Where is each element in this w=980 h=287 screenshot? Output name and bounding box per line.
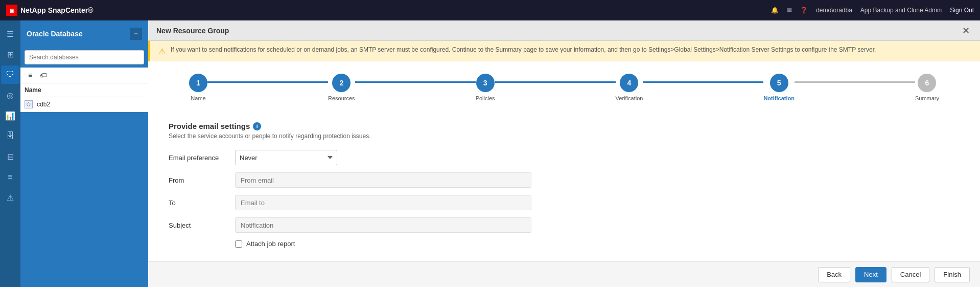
email-preference-control: Never On Failure On Failure or Warning A… <box>235 150 531 165</box>
app-logo: ▣ NetApp SnapCenter® <box>6 5 94 16</box>
to-row: To <box>169 195 960 210</box>
mail-icon[interactable]: ✉ <box>787 7 792 14</box>
app-name: NetApp SnapCenter® <box>20 6 94 14</box>
sidebar-settings-icon[interactable]: ≡ <box>1 168 19 186</box>
section-title: Provide email settings i <box>169 122 960 130</box>
nav-left: ▣ NetApp SnapCenter® <box>6 5 94 16</box>
notification-bell-icon[interactable]: 🔔 <box>771 7 779 14</box>
sidebar-alert-icon[interactable]: ⚠ <box>1 188 19 207</box>
step-5-label: Notification <box>763 95 795 101</box>
step-4-label: Verification <box>616 95 643 101</box>
step-6[interactable]: 6 Summary <box>915 74 939 101</box>
search-box <box>25 50 144 64</box>
next-button[interactable]: Next <box>855 267 886 282</box>
list-view-icon[interactable]: ≡ <box>25 70 36 81</box>
sidebar-server-icon[interactable]: 🗄 <box>1 127 19 145</box>
back-button[interactable]: Back <box>818 267 850 282</box>
attach-job-report-label: Attach job report <box>246 240 295 248</box>
app-role-label: App Backup and Clone Admin <box>860 7 942 14</box>
attach-job-report-row: Attach job report <box>235 240 960 248</box>
cancel-button[interactable]: Cancel <box>892 267 929 282</box>
warning-icon: ⚠ <box>158 47 166 56</box>
to-control <box>235 195 531 210</box>
step-1-label: Name <box>191 95 205 101</box>
step-5[interactable]: 5 Notification <box>763 74 795 101</box>
step-6-number: 6 <box>925 79 929 87</box>
step-connector-2-3 <box>355 81 476 83</box>
step-2-number: 2 <box>339 79 343 87</box>
left-panel-header: Oracle Database − <box>20 20 148 47</box>
section-description: Select the service accounts or people to… <box>169 133 960 140</box>
step-connector-3-4 <box>495 81 616 83</box>
step-4-circle: 4 <box>620 74 638 92</box>
finish-button[interactable]: Finish <box>935 267 970 282</box>
email-preference-row: Email preference Never On Failure On Fai… <box>169 150 960 165</box>
search-input[interactable] <box>29 54 139 61</box>
main-layout: ☰ ⊞ 🛡 ◎ 📊 🗄 ⊟ ≡ ⚠ Oracle Database − ≡ 🏷 … <box>0 20 980 287</box>
step-2[interactable]: 2 Resources <box>328 74 355 101</box>
step-6-circle: 6 <box>918 74 936 92</box>
to-email-input[interactable] <box>235 195 531 210</box>
nav-right: 🔔 ✉ ❓ demo\oradba App Backup and Clone A… <box>771 7 974 14</box>
sidebar-menu-icon[interactable]: ☰ <box>1 25 19 43</box>
from-row: From <box>169 172 960 188</box>
column-name-header: Name <box>25 86 41 94</box>
modal-footer: Back Next Cancel Finish <box>148 261 980 287</box>
step-3[interactable]: 3 Policies <box>476 74 495 101</box>
from-email-input[interactable] <box>235 172 531 188</box>
top-navigation: ▣ NetApp SnapCenter® 🔔 ✉ ❓ demo\oradba A… <box>0 0 980 20</box>
subject-input[interactable] <box>235 217 531 233</box>
step-6-label: Summary <box>915 95 939 101</box>
step-2-label: Resources <box>328 95 355 101</box>
modal-header: New Resource Group ✕ <box>148 20 980 41</box>
step-connector-4-5 <box>643 81 763 83</box>
sign-out-button[interactable]: Sign Out <box>950 7 974 14</box>
step-1-number: 1 <box>196 79 200 87</box>
section-title-text: Provide email settings <box>169 122 250 130</box>
step-3-label: Policies <box>476 95 495 101</box>
wizard-steps: 1 Name 2 Resources 3 Policies <box>148 61 980 114</box>
step-5-circle: 5 <box>770 74 788 92</box>
attach-job-report-checkbox[interactable] <box>235 240 242 248</box>
step-4[interactable]: 4 Verification <box>616 74 643 101</box>
step-1[interactable]: 1 Name <box>189 74 207 101</box>
db-list-header: Name <box>20 83 148 97</box>
left-panel: Oracle Database − ≡ 🏷 Name ⬡ cdb2 <box>20 20 148 287</box>
step-3-circle: 3 <box>476 74 495 92</box>
left-panel-title: Oracle Database <box>27 30 83 38</box>
sidebar-chart-icon[interactable]: 📊 <box>1 106 19 125</box>
sidebar-shield-icon[interactable]: 🛡 <box>1 65 19 84</box>
email-preference-select[interactable]: Never On Failure On Failure or Warning A… <box>235 150 337 165</box>
icon-sidebar: ☰ ⊞ 🛡 ◎ 📊 🗄 ⊟ ≡ ⚠ <box>0 20 20 287</box>
sidebar-dashboard-icon[interactable]: ⊞ <box>1 45 19 63</box>
subject-label: Subject <box>169 222 235 229</box>
warning-text: If you want to send notifications for sc… <box>171 46 876 53</box>
step-5-number: 5 <box>777 79 781 87</box>
form-section: Provide email settings i Select the serv… <box>148 114 980 260</box>
tag-icon[interactable]: 🏷 <box>38 70 49 81</box>
step-2-circle: 2 <box>332 74 351 92</box>
db-item-icon: ⬡ <box>25 100 33 108</box>
help-icon[interactable]: ❓ <box>800 7 808 14</box>
warning-banner: ⚠ If you want to send notifications for … <box>148 41 980 61</box>
info-icon[interactable]: i <box>253 122 261 130</box>
db-list-toolbar: ≡ 🏷 <box>20 68 148 83</box>
sidebar-stack-icon[interactable]: ⊟ <box>1 147 19 166</box>
collapse-panel-button[interactable]: − <box>130 28 142 40</box>
step-4-number: 4 <box>627 79 632 87</box>
from-label: From <box>169 176 235 184</box>
list-item[interactable]: ⬡ cdb2 <box>20 97 148 112</box>
main-content: New Resource Group ✕ ⚠ If you want to se… <box>148 20 980 287</box>
sidebar-globe-icon[interactable]: ◎ <box>1 86 19 104</box>
user-display[interactable]: demo\oradba <box>816 7 852 14</box>
from-control <box>235 172 531 188</box>
step-1-circle: 1 <box>189 74 207 92</box>
netapp-icon: ▣ <box>6 5 17 16</box>
modal-close-button[interactable]: ✕ <box>960 25 972 37</box>
step-3-number: 3 <box>483 79 487 87</box>
subject-control <box>235 217 531 233</box>
email-preference-label: Email preference <box>169 154 235 162</box>
step-connector-5-6 <box>795 81 915 83</box>
step-connector-1-2 <box>207 81 328 83</box>
subject-row: Subject <box>169 217 960 233</box>
